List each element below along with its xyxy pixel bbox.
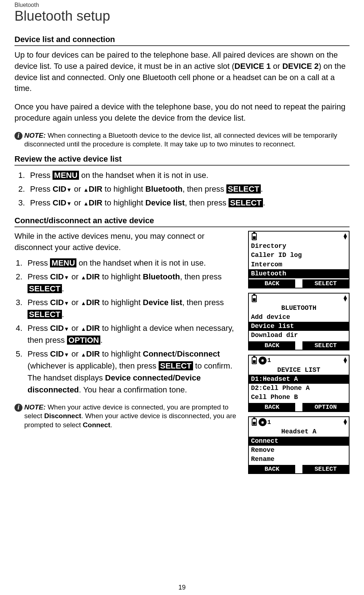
page-title: Bluetooth setup — [14, 8, 350, 24]
info-icon: i — [14, 404, 22, 412]
list-item: Press MENU on the handset when it is not… — [27, 169, 350, 181]
list-item: Press CID or DIR to highlight Connect/Di… — [25, 348, 243, 396]
scroll-arrows-icon: ▲▼ — [343, 358, 347, 363]
battery-icon — [252, 295, 257, 302]
list-item: Press CID or DIR to highlight a device w… — [25, 322, 243, 346]
device-number: 1 — [267, 357, 271, 364]
scroll-arrows-icon: ▲▼ — [343, 419, 347, 425]
battery-icon — [252, 357, 257, 364]
back-softkey: BACK — [249, 465, 295, 473]
device-number: 1 — [267, 419, 271, 426]
select-softkey: SELECT — [302, 465, 349, 473]
lcd-screen-device-list: ✱ 1 ▲▼ DEVICE LIST D1:Headset A D2:Cell … — [248, 355, 350, 412]
battery-icon — [252, 419, 257, 426]
list-item: Press CID or DIR to highlight Device lis… — [27, 197, 350, 209]
review-steps-list: Press MENU on the handset when it is not… — [27, 169, 350, 209]
option-softkey: OPTION — [302, 403, 349, 411]
body-paragraph-1: Up to four devices can be paired to the … — [14, 50, 350, 94]
list-item: Press CID or DIR to highlight Bluetooth,… — [25, 271, 243, 295]
back-softkey: BACK — [249, 341, 295, 350]
lcd-screen-menu: ▲▼ Directory Caller ID log Intercom Blue… — [248, 231, 350, 288]
bluetooth-icon: ✱ — [259, 357, 267, 365]
list-item: Press CID or DIR to highlight Device lis… — [25, 296, 243, 320]
connect-intro: While in the active devices menu, you ma… — [14, 231, 243, 253]
lcd-screen-bluetooth: ▲▼ BLUETOOTH Add device Device list Down… — [248, 293, 350, 350]
connect-steps-list: Press MENU on the handset when it is not… — [25, 257, 243, 396]
lcd-screen-device-options: ✱ 1 ▲▼ Headset A Connect Remove Rename B… — [248, 416, 350, 474]
header-category: Bluetooth — [14, 0, 350, 8]
section-connect-title: Connect/disconnect an active device — [14, 216, 350, 227]
page-number: 19 — [178, 584, 185, 591]
section-device-list-title: Device list and connection — [14, 35, 350, 46]
list-item: Press MENU on the handset when it is not… — [25, 257, 243, 269]
select-softkey: SELECT — [302, 341, 349, 350]
scroll-arrows-icon: ▲▼ — [343, 296, 347, 301]
body-paragraph-2: Once you have paired a device with the t… — [14, 101, 350, 124]
note-block-2: i NOTE: When your active device is conne… — [14, 403, 243, 430]
select-softkey: SELECT — [302, 279, 349, 288]
note-block-1: i NOTE: When connecting a Bluetooth devi… — [14, 131, 350, 149]
list-item: Press CID or DIR to highlight Bluetooth,… — [27, 183, 350, 195]
info-icon: i — [14, 132, 22, 140]
battery-icon — [252, 233, 257, 240]
back-softkey: BACK — [249, 403, 295, 411]
back-softkey: BACK — [249, 279, 295, 288]
section-review-title: Review the active device list — [14, 154, 350, 166]
bluetooth-icon: ✱ — [259, 418, 267, 426]
scroll-arrows-icon: ▲▼ — [343, 234, 347, 240]
